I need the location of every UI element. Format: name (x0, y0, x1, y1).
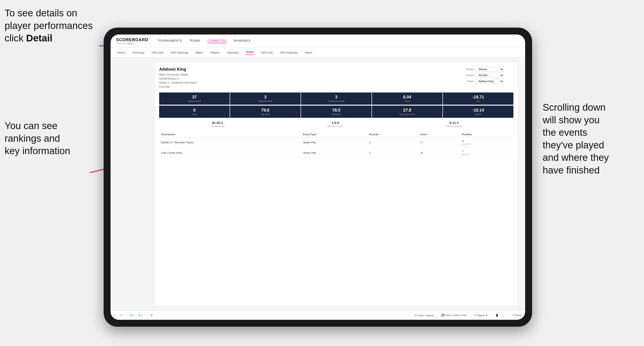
rounds: 2 (367, 148, 418, 158)
subnav-detail[interactable]: Detail (245, 50, 255, 55)
annotation-topleft-text: To see details on player performances cl… (4, 7, 93, 43)
subnav-h2h-heatmap2[interactable]: H2H Heatmap (279, 51, 298, 54)
subnav-h2h-heatmap[interactable]: H2H Heatmap (170, 51, 189, 54)
rounds: 2 (367, 137, 418, 148)
toolbar-redo[interactable]: ↪ (120, 314, 122, 317)
player-header: Addison King Mesa Community College NJCA… (159, 67, 514, 89)
col-event-type: Event Type (301, 132, 367, 137)
nav-rankings[interactable]: RANKINGS (234, 39, 250, 43)
overall-record-label: Overall Record (211, 125, 224, 128)
player-name: Addison King (159, 67, 197, 72)
toolbar-save-custom[interactable]: 💾 Save Custom View (441, 314, 467, 317)
wins-label: Wins (161, 113, 228, 116)
col-position: Position (460, 132, 514, 137)
avg-sg-label: Avg SG (445, 113, 512, 116)
app-title: SCOREBOARD (116, 37, 148, 42)
sos-value: -19.71 (445, 95, 512, 100)
gender-filter-row: Gender Women Men (463, 67, 514, 72)
bottom-toolbar: ↩ ↪ 🔍− 🔍+ ⚙ 👁 View: Original 💾 Save Cust… (110, 311, 525, 320)
nav-committee[interactable]: COMMITTEE (208, 39, 227, 43)
conference-rank-label: Conference Rank (303, 100, 370, 102)
avg-score-par-value: 27.8 (374, 108, 440, 113)
points-label: Points (374, 100, 440, 102)
toolbar-view-original[interactable]: 👁 View: Original (415, 314, 434, 317)
toolbar-expand[interactable]: ⤢ (502, 314, 504, 317)
toolbar-zoom-out[interactable]: 🔍− (130, 314, 134, 317)
regional-rank-label: Regional Rank (232, 100, 299, 102)
sidebar-space (118, 62, 150, 306)
player-school: Mesa Community College NJCAA Division 1 … (159, 73, 197, 89)
stat-avg-score-par: 27.8 Avg Score to Par (372, 106, 442, 118)
points-value: 6.04 (374, 95, 440, 100)
record-top25-value: 1-5-0 (328, 121, 343, 125)
subnav-matrix[interactable]: Matrix (195, 51, 204, 54)
stats-row1: 37 National Rank 3 Regional Rank 3 Confe… (159, 92, 514, 105)
toolbar-sep6 (508, 313, 508, 318)
table-row: Lady Coyote Invite Stroke Play 2 16 7out… (159, 148, 514, 158)
event-type: Stroke Play (301, 148, 367, 158)
toolbar-device[interactable]: 📱 (496, 314, 499, 317)
col-tournament: Tournament (159, 132, 301, 137)
toolbar-zoom-in[interactable]: 🔍+ (138, 314, 142, 317)
annotation-detail-bold: Detail (26, 33, 52, 43)
score: 16 (418, 148, 460, 158)
nav-tournaments[interactable]: TOURNAMENTS (158, 39, 182, 43)
record-top25: 1-5-0 Record vs top 25 (328, 121, 343, 128)
record-top50: 5-11-1 Record vs top 50 (446, 121, 462, 128)
tablet-screen: SCOREBOARD Powered by clippd TOURNAMENTS… (110, 34, 525, 320)
adj-score-label: Adj Score (303, 113, 370, 116)
records-row: 91-20-1 Overall Record 1-5-0 Record vs t… (159, 121, 514, 128)
player-info: Addison King Mesa Community College NJCA… (159, 67, 197, 89)
col-rounds: Rounds (367, 132, 418, 137)
scoreboard-logo: SCOREBOARD Powered by clippd (116, 37, 148, 45)
stat-wins: 0 Wins (159, 106, 230, 118)
division-label: Division (463, 74, 474, 77)
player-filter-row: Player Addison King (463, 79, 514, 84)
toolbar-settings[interactable]: ⚙ (150, 314, 153, 317)
subnav-h2h-grid2[interactable]: H2H Grid (260, 51, 274, 54)
regional-rank-value: 3 (232, 95, 299, 100)
toolbar-share[interactable]: ↗ Share (512, 314, 522, 317)
player-filters: Gender Women Men Division NJCAA I NJCAA … (463, 67, 514, 84)
nav-teams[interactable]: TEAMS (189, 39, 200, 43)
toolbar-sep5 (492, 313, 492, 318)
tournament-name: Lady Coyote Invite (159, 148, 301, 158)
player-select[interactable]: Addison King (476, 79, 504, 84)
toolbar-undo[interactable]: ↩ (114, 314, 116, 317)
table-row: Estella CC- Mountain Classic Stroke Play… (159, 137, 514, 148)
division-filter-row: Division NJCAA I NJCAA II (463, 73, 514, 78)
stat-regional-rank: 3 Regional Rank (230, 92, 300, 105)
subnav-players[interactable]: Players (209, 51, 220, 54)
annotation-right: Scrolling down will show you the events … (543, 101, 640, 177)
content-area: Addison King Mesa Community College NJCA… (110, 57, 525, 311)
subnav-matrix2[interactable]: Matrix (304, 51, 314, 54)
toolbar-sep3 (438, 313, 438, 318)
app-header: SCOREBOARD Powered by clippd TOURNAMENTS… (110, 34, 525, 48)
annotation-right-text: Scrolling down will show you the events … (543, 102, 609, 175)
national-rank-label: National Rank (161, 100, 228, 102)
division-select[interactable]: NJCAA I NJCAA II (476, 73, 504, 78)
eye-icon: 👁 (415, 314, 417, 317)
toolbar-sep2 (146, 313, 147, 318)
annotation-topleft: To see details on player performances cl… (4, 7, 101, 45)
gender-select[interactable]: Women Men (476, 67, 504, 72)
conference-rank-value: 3 (303, 95, 370, 100)
overall-record: 91-20-1 Overall Record (211, 121, 224, 128)
stats-row2: 0 Wins 79.6 Avg Score 78.5 Adj Score 27.… (159, 106, 514, 118)
tournament-table: Tournament Event Type Rounds Score Posit… (159, 132, 514, 158)
avg-score-label: Avg Score (232, 113, 299, 116)
subnav-summary[interactable]: Summary (132, 51, 145, 54)
subnav-teams[interactable]: Teams (116, 51, 126, 54)
stat-points: 6.04 Points (372, 92, 442, 105)
national-rank-value: 37 (161, 95, 228, 100)
subnav-summary2[interactable]: Summary (226, 51, 240, 54)
annotation-bottomleft: You can see rankings and key information (4, 120, 92, 157)
adj-score-value: 78.5 (303, 108, 370, 113)
wins-value: 0 (161, 108, 228, 113)
avg-score-par-label: Avg Score to Par (374, 113, 440, 116)
toolbar-watch[interactable]: 👁 Watch ▼ (474, 314, 488, 317)
event-type: Stroke Play (301, 137, 367, 148)
subnav-h2h-grid[interactable]: H2H Grid (151, 51, 164, 54)
position: 7out of 20 (460, 148, 514, 158)
main-content: Addison King Mesa Community College NJCA… (154, 62, 518, 306)
